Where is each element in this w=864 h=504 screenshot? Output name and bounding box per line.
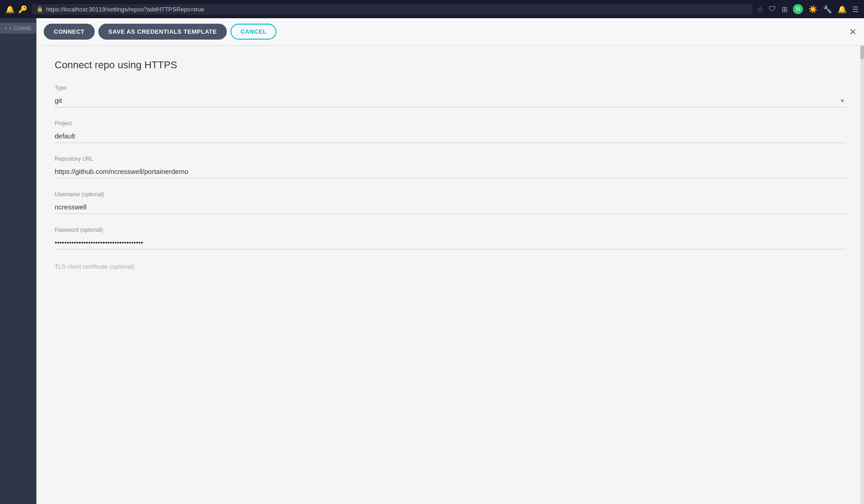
url-text: https://localhost:30119/settings/repos?a… — [46, 6, 204, 13]
type-select-wrapper: git svn ▾ — [55, 94, 846, 107]
form-title: Connect repo using HTTPS — [55, 59, 846, 71]
sidebar: + + CONNE — [0, 18, 36, 504]
scrollbar[interactable] — [860, 46, 864, 504]
repo-url-input[interactable] — [55, 165, 846, 178]
scrollbar-thumb[interactable] — [860, 46, 864, 59]
type-select[interactable]: git svn — [55, 94, 846, 107]
toolbar: CONNECT SAVE AS CREDENTIALS TEMPLATE CAN… — [36, 18, 864, 46]
shield-icon[interactable]: 🛡 — [769, 5, 776, 13]
project-field-group: Project — [55, 120, 846, 143]
username-input[interactable] — [55, 200, 846, 214]
browser-nav-icons: 🔔 🔑 — [5, 5, 27, 14]
cancel-button[interactable]: CANCEL — [230, 24, 276, 40]
type-field-group: Type git svn ▾ — [55, 85, 846, 107]
menu-icon[interactable]: ⊞ — [782, 5, 787, 14]
sun-icon[interactable]: ☀️ — [808, 5, 818, 14]
password-field-group: Password (optional) — [55, 227, 846, 249]
profile-icon[interactable]: N — [793, 4, 803, 14]
project-label: Project — [55, 120, 846, 127]
repo-url-label: Repository URL — [55, 156, 846, 162]
browser-action-icons: ☆ 🛡 ⊞ N ☀️ 🔧 🔔 ☰ — [757, 4, 859, 14]
key-icon: 🔑 — [18, 5, 27, 14]
tls-field-group: TLS client certificate (optional) — [55, 262, 846, 270]
form-area: Connect repo using HTTPS Type git svn ▾ … — [36, 46, 864, 504]
sidebar-connect-button[interactable]: + + CONNE — [0, 23, 36, 34]
hamburger-icon[interactable]: ☰ — [852, 5, 859, 14]
password-label: Password (optional) — [55, 227, 846, 233]
type-label: Type — [55, 85, 846, 91]
plus-icon: + — [5, 25, 7, 31]
star-icon[interactable]: ☆ — [757, 5, 763, 14]
extension-icon[interactable]: 🔧 — [823, 5, 832, 14]
project-input[interactable] — [55, 129, 846, 143]
repo-url-field-group: Repository URL — [55, 156, 846, 178]
tls-label: TLS client certificate (optional) — [55, 263, 134, 270]
address-bar[interactable]: 🔒 https://localhost:30119/settings/repos… — [32, 4, 752, 15]
username-label: Username (optional) — [55, 191, 846, 198]
browser-bar: 🔔 🔑 🔒 https://localhost:30119/settings/r… — [0, 0, 864, 18]
connect-button[interactable]: CONNECT — [44, 24, 95, 40]
sidebar-connect-label: + CONNE — [9, 25, 31, 31]
content-area: CONNECT SAVE AS CREDENTIALS TEMPLATE CAN… — [36, 18, 864, 504]
password-input[interactable] — [55, 236, 846, 249]
alert-icon: 🔔 — [5, 5, 15, 14]
username-field-group: Username (optional) — [55, 191, 846, 214]
save-template-button[interactable]: SAVE AS CREDENTIALS TEMPLATE — [98, 24, 227, 40]
lock-icon: 🔒 — [36, 6, 43, 12]
bell-icon[interactable]: 🔔 — [838, 5, 847, 14]
main-layout: + + CONNE CONNECT SAVE AS CREDENTIALS TE… — [0, 18, 864, 504]
close-button[interactable]: ✕ — [849, 27, 857, 36]
